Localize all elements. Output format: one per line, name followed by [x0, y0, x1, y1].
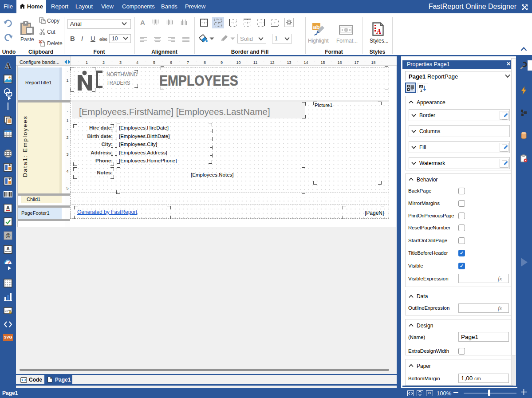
svg-text:A: A: [6, 205, 10, 210]
svg-text:A: A: [376, 28, 382, 35]
svg-text:A: A: [6, 246, 9, 251]
svg-text:@: @: [5, 232, 11, 239]
svg-text:z: z: [420, 88, 422, 92]
